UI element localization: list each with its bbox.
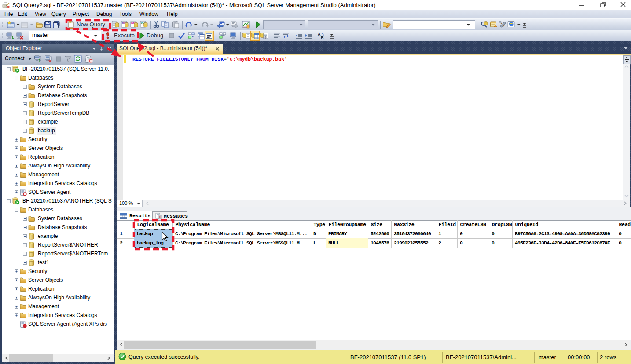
svg-text:A: A <box>318 32 321 36</box>
